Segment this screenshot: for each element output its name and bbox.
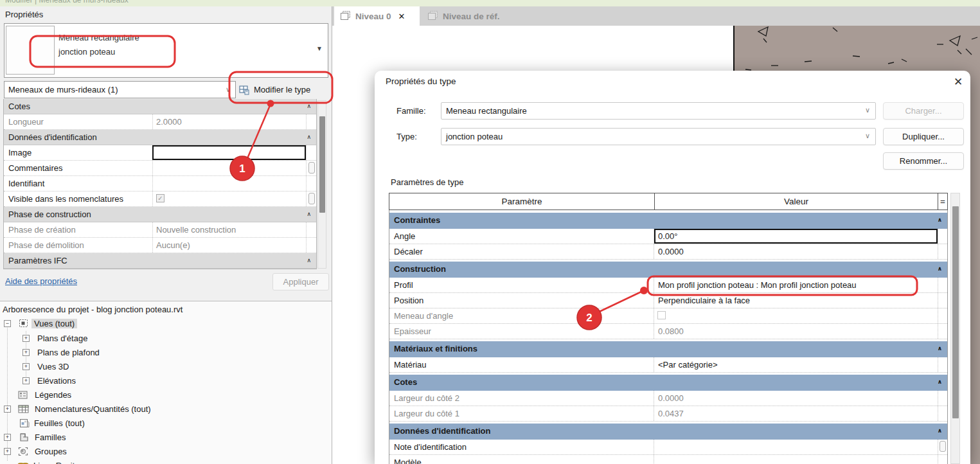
row-more-button[interactable] bbox=[308, 162, 315, 174]
sidebar-item-vues-3d[interactable]: + Vues 3D bbox=[0, 360, 332, 374]
row-more-button[interactable] bbox=[940, 441, 946, 452]
collapse-icon[interactable]: ∧ bbox=[307, 132, 311, 145]
tree-item-label[interactable]: Nomenclatures/Quantités (tout) bbox=[35, 404, 151, 414]
section-header[interactable]: Données d'identification ∧ bbox=[4, 130, 316, 145]
sidebar-item-plans-etage[interactable]: + Plans d'étage bbox=[0, 332, 332, 346]
tab-niveau-de-ref[interactable]: Niveau de réf. bbox=[422, 6, 531, 26]
expand-icon[interactable]: + bbox=[4, 406, 11, 413]
angle-value-field[interactable]: 0.00° bbox=[654, 229, 938, 244]
type-combo[interactable]: jonction poteau ∨ bbox=[441, 128, 876, 145]
sidebar-item-elevations[interactable]: + Elévations bbox=[0, 374, 332, 388]
collapse-icon[interactable]: ∧ bbox=[938, 264, 942, 278]
close-icon[interactable]: ✕ bbox=[950, 74, 967, 90]
collapse-icon[interactable]: ∧ bbox=[938, 377, 942, 391]
expand-icon[interactable]: + bbox=[22, 377, 30, 384]
table-scrollbar-thumb[interactable] bbox=[952, 206, 959, 418]
column-header-valeur[interactable]: Valeur bbox=[654, 193, 938, 210]
collapse-expander[interactable]: − bbox=[4, 320, 11, 327]
param-value[interactable]: Perpendiculaire à la face bbox=[654, 293, 938, 308]
eq-cell bbox=[938, 455, 947, 464]
rename-button[interactable]: Renommer... bbox=[883, 152, 964, 170]
section-header[interactable]: Construction ∧ bbox=[389, 262, 947, 278]
expand-icon[interactable]: + bbox=[22, 349, 30, 356]
param-value[interactable] bbox=[654, 440, 938, 454]
table-scrollbar[interactable] bbox=[950, 193, 960, 464]
type-value: jonction poteau bbox=[446, 132, 503, 141]
collapse-icon[interactable]: ∧ bbox=[307, 210, 311, 222]
family-combo[interactable]: Meneau rectangulaire ∨ bbox=[441, 102, 876, 120]
property-value[interactable]: 2.0000 bbox=[152, 114, 306, 129]
close-tab-icon[interactable]: ✕ bbox=[398, 12, 405, 21]
collapse-icon[interactable]: ∧ bbox=[307, 256, 311, 268]
properties-help-link[interactable]: Aide des propriétés bbox=[5, 276, 77, 286]
sidebar-item-feuilles[interactable]: Feuilles (tout) bbox=[0, 416, 332, 431]
sidebar-item-groupes[interactable]: + Groupes bbox=[0, 445, 332, 459]
image-value-field[interactable] bbox=[152, 145, 306, 160]
column-header-eq[interactable]: = bbox=[938, 193, 947, 210]
section-header[interactable]: Paramètres IFC ∧ bbox=[4, 253, 316, 269]
section-header[interactable]: Contraintes ∧ bbox=[389, 213, 947, 229]
eq-cell bbox=[938, 391, 947, 406]
duplicate-button[interactable]: Dupliquer... bbox=[883, 128, 964, 145]
sidebar-item-nomenclatures[interactable]: + Nomenclatures/Quantités (tout) bbox=[0, 402, 332, 416]
meneau-angle-checkbox[interactable] bbox=[657, 311, 666, 319]
tab-label[interactable]: Niveau 0 bbox=[355, 12, 391, 21]
tree-item-label[interactable]: Elévations bbox=[37, 376, 76, 386]
collapse-icon[interactable]: ∧ bbox=[938, 344, 942, 357]
param-value[interactable] bbox=[654, 455, 938, 464]
properties-scrollbar-thumb[interactable] bbox=[319, 116, 325, 213]
tree-item-label[interactable]: Liens Revit bbox=[33, 461, 75, 464]
sidebar-item-legendes[interactable]: Légendes bbox=[0, 388, 332, 402]
tree-item-label[interactable]: Vues 3D bbox=[37, 362, 69, 371]
property-value[interactable] bbox=[152, 176, 306, 191]
visible-nomenclatures-checkbox[interactable]: ✓ bbox=[156, 194, 165, 202]
sidebar-item-familles[interactable]: + Familles bbox=[0, 431, 332, 445]
property-value[interactable]: Aucun(e) bbox=[152, 238, 306, 253]
section-header[interactable]: Cotes ∧ bbox=[389, 375, 947, 391]
element-filter-combo[interactable]: Meneaux de murs-rideaux (1) ∨ bbox=[4, 81, 236, 98]
param-value[interactable]: 0.0000 bbox=[654, 391, 938, 406]
expand-icon[interactable]: + bbox=[22, 363, 30, 370]
tree-item-label[interactable]: Plans de plafond bbox=[37, 348, 100, 357]
expand-icon[interactable]: + bbox=[4, 434, 11, 441]
tree-item-label[interactable]: Plans d'étage bbox=[37, 334, 87, 343]
expand-icon[interactable]: + bbox=[22, 335, 30, 342]
load-button[interactable]: Charger... bbox=[883, 102, 964, 120]
tree-item-label[interactable]: Groupes bbox=[35, 447, 67, 456]
property-value[interactable] bbox=[152, 161, 306, 175]
section-header[interactable]: Données d'identification ∧ bbox=[389, 424, 947, 440]
row-more-button[interactable] bbox=[308, 193, 315, 204]
param-value[interactable]: 0.0000 bbox=[654, 244, 938, 259]
profil-value[interactable]: Mon profil jonction poteau : Mon profil … bbox=[654, 278, 938, 292]
expand-icon[interactable]: + bbox=[4, 448, 11, 455]
section-header[interactable]: Phase de construction ∧ bbox=[4, 207, 316, 222]
section-header[interactable]: Cotes ∧ bbox=[4, 99, 316, 114]
tab-niveau-0[interactable]: Niveau 0 ✕ bbox=[334, 6, 420, 26]
edit-type-button[interactable]: Modifier le type bbox=[239, 80, 330, 100]
sidebar-item-plans-plafond[interactable]: + Plans de plafond bbox=[0, 346, 332, 360]
tree-item-label[interactable]: Familles bbox=[35, 433, 66, 442]
property-row: Phase de création Nouvelle construction bbox=[4, 222, 316, 238]
tree-item-label[interactable]: Légendes bbox=[35, 390, 71, 400]
param-label: Angle bbox=[389, 229, 654, 244]
collapse-icon[interactable]: ∧ bbox=[938, 215, 942, 229]
param-value[interactable]: 0.0437 bbox=[654, 406, 938, 421]
param-value[interactable]: <Par catégorie> bbox=[654, 357, 938, 372]
param-value[interactable]: 0.0800 bbox=[654, 324, 938, 339]
tree-item-label[interactable]: Feuilles (tout) bbox=[34, 418, 85, 428]
table-row: Position Perpendiculaire à la face bbox=[389, 293, 947, 308]
apply-button[interactable]: Appliquer bbox=[272, 273, 329, 290]
type-selector[interactable]: Meneau rectangulaire jonction poteau ▼ bbox=[4, 23, 328, 78]
type-selector-dropdown-icon[interactable]: ▼ bbox=[316, 45, 323, 52]
tab-label[interactable]: Niveau de réf. bbox=[443, 12, 500, 21]
column-header-parametre[interactable]: Paramètre bbox=[389, 193, 654, 210]
tree-item-label[interactable]: Vues (tout) bbox=[31, 319, 77, 328]
sidebar-item-liens-revit[interactable]: Liens Revit bbox=[0, 459, 332, 464]
collapse-icon[interactable]: ∧ bbox=[938, 426, 942, 440]
sidebar-item-vues[interactable]: − Vues (tout) bbox=[0, 317, 332, 331]
properties-scrollbar[interactable] bbox=[317, 100, 326, 269]
view-tab-icon bbox=[427, 10, 438, 22]
property-value[interactable]: Nouvelle construction bbox=[152, 222, 306, 237]
collapse-icon[interactable]: ∧ bbox=[307, 102, 311, 114]
section-header[interactable]: Matériaux et finitions ∧ bbox=[389, 341, 947, 357]
